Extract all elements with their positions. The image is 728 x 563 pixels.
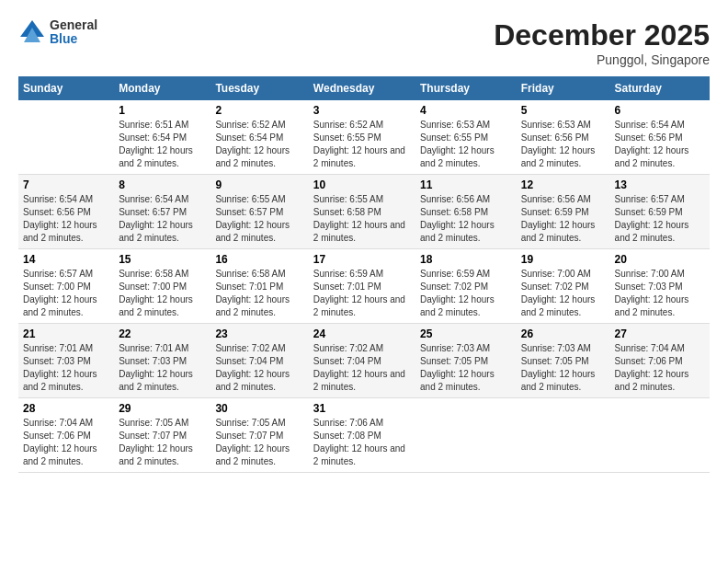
day-number: 15 <box>119 253 206 266</box>
calendar-header-row: SundayMondayTuesdayWednesdayThursdayFrid… <box>18 76 710 100</box>
day-cell: 26Sunrise: 7:03 AMSunset: 7:05 PMDayligh… <box>517 324 610 398</box>
day-number: 6 <box>615 104 705 117</box>
day-cell: 5Sunrise: 6:53 AMSunset: 6:56 PMDaylight… <box>517 100 610 175</box>
day-number: 9 <box>215 178 303 191</box>
day-number: 22 <box>119 327 206 340</box>
day-info: Sunrise: 6:58 AMSunset: 7:01 PMDaylight:… <box>215 268 303 319</box>
day-number: 14 <box>23 253 109 266</box>
day-cell: 31Sunrise: 7:06 AMSunset: 7:08 PMDayligh… <box>309 398 415 473</box>
day-number: 2 <box>215 104 303 117</box>
day-cell: 12Sunrise: 6:56 AMSunset: 6:59 PMDayligh… <box>517 175 610 249</box>
day-number: 26 <box>521 327 606 340</box>
day-cell: 3Sunrise: 6:52 AMSunset: 6:55 PMDaylight… <box>309 100 415 175</box>
day-number: 7 <box>23 178 109 191</box>
day-cell: 30Sunrise: 7:05 AMSunset: 7:07 PMDayligh… <box>210 398 308 473</box>
day-cell: 17Sunrise: 6:59 AMSunset: 7:01 PMDayligh… <box>309 249 415 324</box>
day-info: Sunrise: 6:56 AMSunset: 6:58 PMDaylight:… <box>420 193 512 245</box>
day-info: Sunrise: 6:59 AMSunset: 7:02 PMDaylight:… <box>420 268 512 319</box>
week-row-3: 14Sunrise: 6:57 AMSunset: 7:00 PMDayligh… <box>18 249 710 324</box>
day-info: Sunrise: 7:00 AMSunset: 7:03 PMDaylight:… <box>615 268 705 319</box>
day-cell: 2Sunrise: 6:52 AMSunset: 6:54 PMDaylight… <box>210 100 308 175</box>
day-info: Sunrise: 7:05 AMSunset: 7:07 PMDaylight:… <box>119 417 206 468</box>
week-row-1: 1Sunrise: 6:51 AMSunset: 6:54 PMDaylight… <box>18 100 710 175</box>
week-row-2: 7Sunrise: 6:54 AMSunset: 6:56 PMDaylight… <box>18 175 710 249</box>
day-cell: 23Sunrise: 7:02 AMSunset: 7:04 PMDayligh… <box>210 324 308 398</box>
day-info: Sunrise: 7:04 AMSunset: 7:06 PMDaylight:… <box>23 417 109 468</box>
day-info: Sunrise: 6:55 AMSunset: 6:57 PMDaylight:… <box>215 193 303 245</box>
day-number: 5 <box>521 104 606 117</box>
day-number: 27 <box>615 327 705 340</box>
day-info: Sunrise: 6:53 AMSunset: 6:56 PMDaylight:… <box>521 119 606 170</box>
title-block: December 2025 Punggol, Singapore <box>494 18 710 67</box>
day-number: 8 <box>119 178 206 191</box>
day-number: 11 <box>420 178 512 191</box>
day-info: Sunrise: 6:54 AMSunset: 6:56 PMDaylight:… <box>615 119 705 170</box>
day-info: Sunrise: 7:04 AMSunset: 7:06 PMDaylight:… <box>615 342 705 394</box>
page-header: General Blue December 2025 Punggol, Sing… <box>18 18 710 67</box>
day-number: 18 <box>420 253 512 266</box>
day-number: 20 <box>615 253 705 266</box>
day-info: Sunrise: 6:59 AMSunset: 7:01 PMDaylight:… <box>313 268 411 319</box>
logo-general-text: General <box>50 18 97 32</box>
day-cell: 1Sunrise: 6:51 AMSunset: 6:54 PMDaylight… <box>114 100 210 175</box>
calendar-table: SundayMondayTuesdayWednesdayThursdayFrid… <box>18 76 710 473</box>
day-cell: 6Sunrise: 6:54 AMSunset: 6:56 PMDaylight… <box>610 100 710 175</box>
week-row-4: 21Sunrise: 7:01 AMSunset: 7:03 PMDayligh… <box>18 324 710 398</box>
day-info: Sunrise: 6:55 AMSunset: 6:58 PMDaylight:… <box>313 193 411 245</box>
day-number: 23 <box>215 327 303 340</box>
day-number: 28 <box>23 402 109 415</box>
day-cell: 7Sunrise: 6:54 AMSunset: 6:56 PMDaylight… <box>18 175 114 249</box>
day-number: 30 <box>215 402 303 415</box>
day-cell: 24Sunrise: 7:02 AMSunset: 7:04 PMDayligh… <box>309 324 415 398</box>
header-thursday: Thursday <box>415 76 517 100</box>
day-info: Sunrise: 6:51 AMSunset: 6:54 PMDaylight:… <box>119 119 206 170</box>
logo-blue-text: Blue <box>50 32 97 46</box>
day-cell <box>517 398 610 473</box>
header-monday: Monday <box>114 76 210 100</box>
day-cell: 15Sunrise: 6:58 AMSunset: 7:00 PMDayligh… <box>114 249 210 324</box>
day-number: 29 <box>119 402 206 415</box>
day-number: 12 <box>521 178 606 191</box>
day-cell: 27Sunrise: 7:04 AMSunset: 7:06 PMDayligh… <box>610 324 710 398</box>
day-cell: 18Sunrise: 6:59 AMSunset: 7:02 PMDayligh… <box>415 249 517 324</box>
header-saturday: Saturday <box>610 76 710 100</box>
day-info: Sunrise: 6:57 AMSunset: 7:00 PMDaylight:… <box>23 268 109 319</box>
day-cell: 19Sunrise: 7:00 AMSunset: 7:02 PMDayligh… <box>517 249 610 324</box>
day-info: Sunrise: 7:02 AMSunset: 7:04 PMDaylight:… <box>215 342 303 394</box>
day-number: 17 <box>313 253 411 266</box>
week-row-5: 28Sunrise: 7:04 AMSunset: 7:06 PMDayligh… <box>18 398 710 473</box>
day-cell <box>18 100 114 175</box>
day-info: Sunrise: 7:03 AMSunset: 7:05 PMDaylight:… <box>521 342 606 394</box>
day-info: Sunrise: 6:52 AMSunset: 6:55 PMDaylight:… <box>313 119 411 170</box>
day-info: Sunrise: 6:57 AMSunset: 6:59 PMDaylight:… <box>615 193 705 245</box>
day-info: Sunrise: 7:01 AMSunset: 7:03 PMDaylight:… <box>23 342 109 394</box>
day-cell: 14Sunrise: 6:57 AMSunset: 7:00 PMDayligh… <box>18 249 114 324</box>
day-info: Sunrise: 6:58 AMSunset: 7:00 PMDaylight:… <box>119 268 206 319</box>
calendar-subtitle: Punggol, Singapore <box>494 52 710 67</box>
day-cell <box>610 398 710 473</box>
header-wednesday: Wednesday <box>309 76 415 100</box>
day-cell: 16Sunrise: 6:58 AMSunset: 7:01 PMDayligh… <box>210 249 308 324</box>
day-cell: 22Sunrise: 7:01 AMSunset: 7:03 PMDayligh… <box>114 324 210 398</box>
day-info: Sunrise: 7:00 AMSunset: 7:02 PMDaylight:… <box>521 268 606 319</box>
day-cell <box>415 398 517 473</box>
day-info: Sunrise: 7:06 AMSunset: 7:08 PMDaylight:… <box>313 417 411 468</box>
day-number: 31 <box>313 402 411 415</box>
day-cell: 11Sunrise: 6:56 AMSunset: 6:58 PMDayligh… <box>415 175 517 249</box>
day-cell: 10Sunrise: 6:55 AMSunset: 6:58 PMDayligh… <box>309 175 415 249</box>
day-info: Sunrise: 6:54 AMSunset: 6:56 PMDaylight:… <box>23 193 109 245</box>
day-cell: 21Sunrise: 7:01 AMSunset: 7:03 PMDayligh… <box>18 324 114 398</box>
day-cell: 13Sunrise: 6:57 AMSunset: 6:59 PMDayligh… <box>610 175 710 249</box>
day-number: 4 <box>420 104 512 117</box>
day-info: Sunrise: 7:05 AMSunset: 7:07 PMDaylight:… <box>215 417 303 468</box>
day-number: 21 <box>23 327 109 340</box>
day-cell: 8Sunrise: 6:54 AMSunset: 6:57 PMDaylight… <box>114 175 210 249</box>
day-number: 3 <box>313 104 411 117</box>
day-cell: 9Sunrise: 6:55 AMSunset: 6:57 PMDaylight… <box>210 175 308 249</box>
day-number: 10 <box>313 178 411 191</box>
day-number: 25 <box>420 327 512 340</box>
day-number: 24 <box>313 327 411 340</box>
day-info: Sunrise: 7:01 AMSunset: 7:03 PMDaylight:… <box>119 342 206 394</box>
day-cell: 20Sunrise: 7:00 AMSunset: 7:03 PMDayligh… <box>610 249 710 324</box>
day-info: Sunrise: 6:52 AMSunset: 6:54 PMDaylight:… <box>215 119 303 170</box>
